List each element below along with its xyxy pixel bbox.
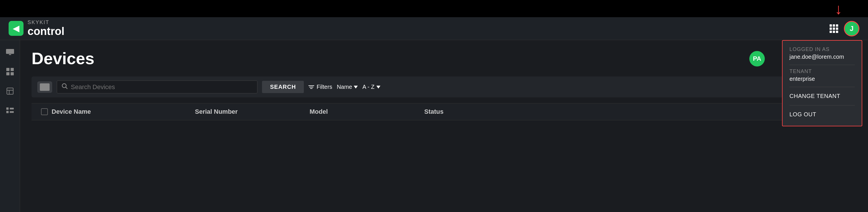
- svg-line-14: [66, 87, 68, 89]
- search-input[interactable]: [71, 83, 252, 91]
- svg-rect-6: [7, 88, 13, 94]
- grid-dot: [833, 28, 835, 30]
- svg-point-13: [62, 84, 66, 88]
- user-email: jane.doe@lorem.com: [789, 54, 855, 60]
- svg-rect-1: [9, 54, 11, 55]
- dropdown-divider-3: [789, 105, 855, 105]
- svg-rect-9: [6, 107, 9, 110]
- grid-dot: [833, 31, 835, 33]
- svg-rect-10: [10, 108, 14, 109]
- header-right: J: [830, 21, 859, 36]
- top-bar: ↓: [0, 0, 868, 17]
- grid-dot: [830, 31, 832, 33]
- col-header-serial-number: Serial Number: [195, 108, 310, 115]
- apps-grid-icon[interactable]: [830, 24, 838, 33]
- change-tenant-button[interactable]: CHANGE TENANT: [789, 91, 855, 102]
- svg-marker-18: [354, 86, 358, 89]
- select-all-checkbox[interactable]: [41, 108, 48, 115]
- user-avatar[interactable]: J: [844, 21, 859, 36]
- app-body: Devices PA SEARCH: [0, 40, 868, 212]
- search-button[interactable]: SEARCH: [262, 81, 304, 93]
- svg-marker-19: [376, 86, 380, 89]
- svg-rect-12: [10, 111, 14, 113]
- filters-label: Filters: [316, 84, 332, 90]
- tenant-section: TENANT enterprise: [789, 68, 855, 82]
- control-label: control: [28, 26, 64, 38]
- sort-name-button[interactable]: Name: [337, 84, 358, 90]
- tenant-label: TENANT: [789, 68, 855, 74]
- sidebar: [0, 40, 20, 212]
- sort-order-button[interactable]: A - Z: [362, 84, 380, 90]
- grid-dot: [830, 24, 832, 27]
- sort-order-label: A - Z: [362, 84, 374, 90]
- dropdown-divider-2: [789, 87, 855, 87]
- sidebar-item-display[interactable]: [4, 46, 16, 59]
- device-filter-button[interactable]: [37, 81, 52, 93]
- device-icon-shape: [40, 83, 50, 91]
- grid-dot: [836, 31, 838, 33]
- user-dropdown-menu: LOGGED IN AS jane.doe@lorem.com TENANT e…: [782, 40, 862, 126]
- select-all-checkbox-cell[interactable]: [37, 108, 52, 115]
- sidebar-item-package[interactable]: [4, 85, 16, 97]
- svg-rect-2: [6, 68, 9, 71]
- table-header: Device Name Serial Number Model Status: [32, 103, 857, 120]
- main-content: Devices PA SEARCH: [20, 40, 868, 212]
- arrow-indicator: ↓: [835, 1, 842, 16]
- grid-dot: [830, 28, 832, 30]
- logged-in-section: LOGGED IN AS jane.doe@lorem.com: [789, 46, 855, 60]
- filters-button[interactable]: Filters: [308, 84, 332, 90]
- sidebar-item-grid[interactable]: [4, 65, 16, 78]
- dropdown-divider-1: [789, 65, 855, 65]
- grid-dot: [836, 28, 838, 30]
- sort-by-label: Name: [337, 84, 352, 90]
- pa-badge: PA: [749, 51, 765, 67]
- logo-area: ◀ SKYKIT control: [9, 20, 64, 38]
- logout-button[interactable]: LOG OUT: [789, 109, 855, 120]
- grid-dot: [833, 24, 835, 27]
- skykit-label: SKYKIT: [28, 20, 64, 26]
- logo-icon[interactable]: ◀: [9, 21, 24, 36]
- logged-in-label: LOGGED IN AS: [789, 46, 855, 52]
- svg-rect-0: [6, 49, 14, 54]
- tenant-value: enterprise: [789, 76, 855, 82]
- main-header: ◀ SKYKIT control J: [0, 17, 868, 40]
- svg-rect-5: [10, 72, 14, 75]
- svg-rect-11: [6, 111, 9, 113]
- col-header-model: Model: [310, 108, 424, 115]
- search-icon: [62, 83, 68, 91]
- logo-text-area: SKYKIT control: [28, 20, 64, 38]
- page-title: Devices: [32, 49, 857, 68]
- col-header-status: Status: [424, 108, 510, 115]
- grid-dot: [836, 24, 838, 27]
- sidebar-item-list[interactable]: [4, 104, 16, 117]
- search-container: [57, 80, 257, 94]
- col-header-device-name: Device Name: [52, 108, 195, 115]
- svg-rect-3: [10, 68, 14, 71]
- toolbar: SEARCH Filters Name A - Z: [32, 76, 857, 97]
- svg-rect-4: [6, 72, 9, 75]
